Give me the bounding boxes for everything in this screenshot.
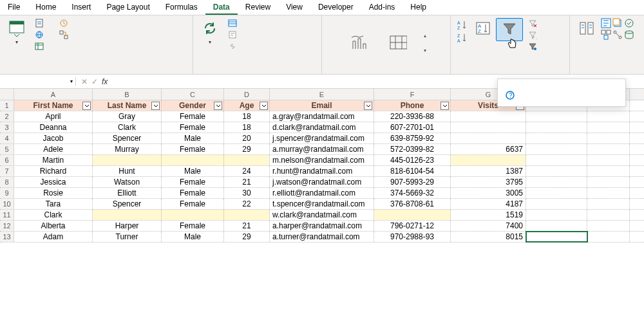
cell[interactable]: Richard	[14, 166, 93, 176]
cell[interactable]	[224, 155, 270, 165]
cell[interactable]	[451, 133, 526, 143]
select-all-corner[interactable]	[0, 89, 14, 100]
stocks-button[interactable]	[346, 32, 372, 54]
advanced-filter-button[interactable]	[526, 41, 542, 51]
scroll-up-icon[interactable]: ▴	[424, 33, 426, 39]
cell[interactable]: Rosie	[14, 188, 93, 198]
cell[interactable]	[526, 166, 587, 176]
header-cell[interactable]: Gender	[162, 100, 224, 111]
cell[interactable]	[93, 155, 162, 165]
sort-desc-button[interactable]: ZA	[456, 32, 469, 44]
cell[interactable]: April	[14, 111, 93, 122]
row-header[interactable]: 5	[0, 144, 14, 154]
cell[interactable]: Hunt	[93, 166, 162, 176]
cell[interactable]: Female	[162, 144, 224, 154]
cell[interactable]: Female	[162, 122, 224, 133]
from-web-button[interactable]	[32, 30, 49, 40]
row-header[interactable]: 2	[0, 111, 14, 122]
cell[interactable]: 18	[224, 111, 270, 122]
cell[interactable]	[587, 122, 630, 133]
column-header-C[interactable]: C	[162, 89, 224, 100]
cell[interactable]	[587, 210, 630, 220]
cell[interactable]: 818-6104-54	[374, 166, 451, 176]
caret-down-icon[interactable]: ▾	[70, 78, 73, 84]
cell[interactable]: t.spencer@randatmail.com	[270, 199, 374, 209]
row-header[interactable]: 9	[0, 188, 14, 198]
get-data-button[interactable]: ▾	[4, 18, 30, 47]
cell[interactable]: 3005	[451, 188, 526, 198]
cell[interactable]: Elliott	[93, 188, 162, 198]
cell[interactable]: w.clark@randatmail.com	[270, 210, 374, 220]
filter-dropdown-icon[interactable]	[364, 102, 372, 110]
cell[interactable]	[162, 155, 224, 165]
menu-developer[interactable]: Developer	[310, 0, 361, 15]
cell[interactable]	[587, 144, 630, 154]
menu-data[interactable]: Data	[205, 0, 238, 15]
cell[interactable]: 24	[224, 166, 270, 176]
cell[interactable]: 18	[224, 122, 270, 133]
cell[interactable]	[374, 210, 451, 220]
geography-button[interactable]	[385, 32, 411, 54]
cell[interactable]	[587, 111, 630, 122]
row-header[interactable]: 8	[0, 177, 14, 187]
cell[interactable]	[526, 221, 587, 231]
menu-home[interactable]: Home	[28, 0, 64, 15]
cell[interactable]	[526, 232, 587, 242]
cell[interactable]	[451, 122, 526, 133]
cell[interactable]: 7400	[451, 221, 526, 231]
row-header[interactable]: 13	[0, 232, 14, 242]
flash-fill-icon[interactable]	[601, 18, 611, 28]
cell[interactable]	[526, 133, 587, 143]
cell[interactable]: Female	[162, 177, 224, 187]
cell[interactable]: Martin	[14, 155, 93, 165]
cell[interactable]: 22	[224, 199, 270, 209]
cell[interactable]: 796-0271-12	[374, 221, 451, 231]
filter-dropdown-icon[interactable]	[440, 102, 449, 110]
cell[interactable]: Tara	[14, 199, 93, 209]
remove-duplicates-icon[interactable]	[612, 18, 623, 28]
tell-me-more-link[interactable]: ?	[506, 91, 618, 100]
cell[interactable]	[526, 188, 587, 198]
cell[interactable]	[526, 144, 587, 154]
cell[interactable]: a.turner@randatmail.com	[270, 232, 374, 242]
cell[interactable]	[587, 188, 630, 198]
filter-dropdown-icon[interactable]	[260, 102, 268, 110]
cell[interactable]: Female	[162, 188, 224, 198]
cell[interactable]: 607-2701-01	[374, 122, 451, 133]
from-text-csv-button[interactable]	[32, 18, 49, 28]
cell[interactable]: j.watson@randatmail.com	[270, 177, 374, 187]
data-validation-icon[interactable]	[624, 18, 634, 28]
column-header-D[interactable]: D	[224, 89, 270, 100]
menu-help[interactable]: Help	[402, 0, 434, 15]
header-cell[interactable]: Age	[224, 100, 270, 111]
row-header[interactable]: 3	[0, 122, 14, 133]
existing-connections-button[interactable]	[57, 30, 73, 40]
row-header[interactable]: 6	[0, 155, 14, 165]
menu-view[interactable]: View	[278, 0, 310, 15]
text-to-columns-button[interactable]	[574, 18, 600, 40]
cell[interactable]	[587, 221, 630, 231]
cell[interactable]: 30	[224, 188, 270, 198]
from-table-range-button[interactable]	[32, 41, 49, 51]
fx-icon[interactable]: fx	[102, 77, 108, 86]
data-model-icon[interactable]	[624, 30, 634, 40]
cell[interactable]: Female	[162, 199, 224, 209]
cell[interactable]	[587, 133, 630, 143]
cell[interactable]: 29	[224, 232, 270, 242]
column-header-B[interactable]: B	[93, 89, 162, 100]
cell[interactable]	[526, 122, 587, 133]
cell[interactable]: 374-5669-32	[374, 188, 451, 198]
cell[interactable]	[587, 155, 630, 165]
header-cell[interactable]: Last Name	[93, 100, 162, 111]
cell[interactable]: Spencer	[93, 133, 162, 143]
menu-page-layout[interactable]: Page Layout	[99, 0, 157, 15]
sort-asc-button[interactable]: AZ	[456, 19, 469, 31]
menu-formulas[interactable]: Formulas	[158, 0, 205, 15]
cell[interactable]	[162, 210, 224, 220]
cell[interactable]: Female	[162, 221, 224, 231]
row-header[interactable]: 4	[0, 133, 14, 143]
cell[interactable]: a.gray@randatmail.com	[270, 111, 374, 122]
cell[interactable]: 907-5993-29	[374, 177, 451, 187]
cell[interactable]: Male	[162, 232, 224, 242]
name-box[interactable]: ▾	[0, 77, 76, 86]
